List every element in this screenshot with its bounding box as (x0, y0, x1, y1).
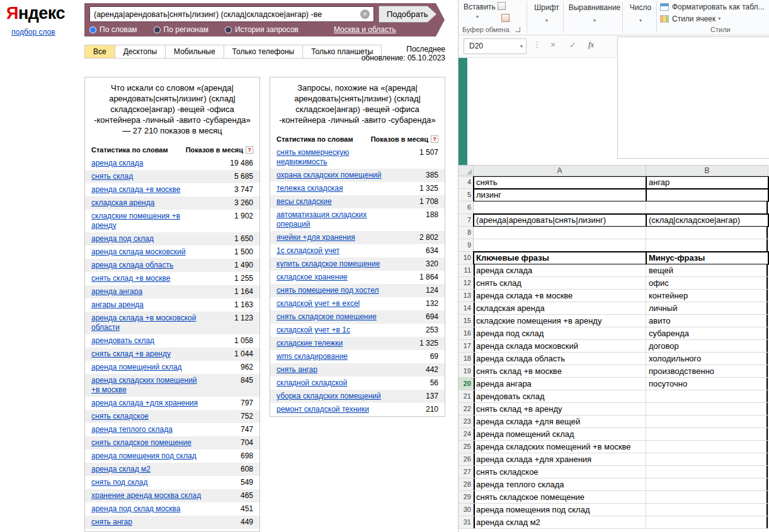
cell-A15[interactable]: складские помещения +в аренду (474, 315, 646, 327)
keyword-link[interactable]: снять складское (91, 412, 149, 421)
podobrat-button[interactable]: Подобрать (379, 6, 436, 23)
keyword-link[interactable]: хранение аренда москва склад (91, 491, 201, 501)
keyword-link[interactable]: снять склад +в москве (91, 274, 170, 283)
keyword-link[interactable]: аренда склада +в москве (91, 185, 181, 195)
row-header-8[interactable]: 8 (459, 227, 474, 239)
cell-B20[interactable]: посуточно (646, 378, 768, 390)
keyword-link[interactable]: весы складские (276, 197, 332, 207)
cell-B18[interactable]: холодильного (646, 353, 768, 365)
keyword-link[interactable]: тележка складская (276, 184, 343, 193)
keyword-link[interactable]: складской учет +в 1с (276, 325, 350, 335)
row-header-14[interactable]: 14 (459, 302, 474, 315)
number-group-button[interactable]: Число ▾ (626, 3, 655, 23)
cell-A20[interactable]: аренда ангара (474, 378, 646, 390)
keyword-link[interactable]: снять ангар (276, 365, 317, 375)
cell-B26[interactable] (646, 453, 768, 466)
cell-B11[interactable]: вещей (646, 264, 768, 277)
row-header-25[interactable]: 25 (459, 441, 474, 453)
cell-A24[interactable]: аренда помещений склад (474, 428, 646, 441)
cell-B24[interactable] (646, 428, 768, 441)
row-header-22[interactable]: 22 (459, 403, 474, 416)
row-header-26[interactable]: 26 (459, 453, 474, 466)
row-header-29[interactable]: 29 (459, 491, 474, 504)
keyword-link[interactable]: автоматизация складских операций (276, 210, 389, 229)
keyword-link[interactable]: аренда склад м2 (91, 465, 151, 474)
keyword-link[interactable]: снять складское помещение (91, 438, 191, 448)
row-header-5[interactable]: 5 (459, 189, 474, 201)
cell-A19[interactable]: снять склад +в москве (474, 365, 646, 378)
tab-tolko-telefony[interactable]: Только телефоны (224, 45, 304, 59)
keyword-link[interactable]: аренда под склад москва (91, 504, 180, 514)
keyword-link[interactable]: ремонт складской техники (276, 405, 369, 414)
cell-A7[interactable]: (аренда|арендовать|снять|лизинг) (474, 214, 646, 227)
keyword-link[interactable]: аренда склада область (91, 261, 173, 270)
insert-function-icon[interactable]: fx (588, 40, 594, 50)
cell-B9[interactable] (646, 239, 768, 252)
cell-A4[interactable]: снять (474, 176, 646, 189)
keyword-link[interactable]: охрана складских помещений (276, 171, 381, 180)
tab-desktopy[interactable]: Десктопы (115, 45, 166, 59)
cell-B22[interactable] (646, 403, 768, 416)
cell-B19[interactable]: производственно (646, 365, 768, 378)
cell-A30[interactable]: аренда помещения под склад (474, 504, 646, 516)
cell-A16[interactable]: аренда под склад (474, 327, 646, 340)
row-header-10[interactable]: 10 (459, 252, 474, 264)
keyword-link[interactable]: wms складирование (276, 352, 348, 361)
cell-B27[interactable] (646, 466, 768, 478)
cell-B31[interactable] (646, 516, 768, 529)
cell-B6[interactable] (646, 201, 768, 214)
cell-A18[interactable]: аренда склада область (474, 353, 646, 365)
keyword-link[interactable]: складские помещения +в аренду (91, 212, 203, 230)
formula-input[interactable] (617, 37, 769, 159)
row-header-18[interactable]: 18 (459, 353, 474, 365)
help-icon[interactable]: ? (246, 146, 253, 154)
row-header-23[interactable]: 23 (459, 416, 474, 428)
keyword-link[interactable]: снять складское помещение (276, 312, 377, 322)
row-header-4[interactable]: 4 (459, 176, 474, 189)
cell-A25[interactable]: аренда складских помещений +в москве (474, 441, 646, 453)
cell-A14[interactable]: складская аренда (474, 302, 646, 315)
cell-B8[interactable] (646, 227, 768, 239)
keyword-link[interactable]: ячейки +для хранения (276, 233, 355, 242)
keyword-link[interactable]: аренда ангара (91, 287, 142, 297)
keyword-link[interactable]: снять ангар (91, 518, 132, 527)
help-icon[interactable]: ? (431, 135, 438, 143)
dialog-launcher-icon[interactable] (515, 27, 520, 32)
keyword-link[interactable]: уборка складских помещений (276, 392, 381, 401)
formula-bar-handle[interactable]: ⋮ (533, 40, 541, 49)
row-header-13[interactable]: 13 (459, 290, 474, 302)
tab-vse[interactable]: Все (84, 45, 115, 59)
cell-B17[interactable]: договор (646, 340, 768, 353)
cell-B7[interactable]: (склад|складское|ангар) (646, 214, 768, 227)
row-header-30[interactable]: 30 (459, 504, 474, 516)
cell-A6[interactable] (474, 201, 646, 214)
keyword-link[interactable]: 1с складской учет (276, 246, 339, 256)
select-all-button[interactable] (459, 165, 474, 176)
cell-B16[interactable]: субаренда (646, 327, 768, 340)
column-header-B[interactable]: B (646, 165, 768, 176)
keyword-link[interactable]: аренда склада (91, 159, 143, 168)
cell-A26[interactable]: аренда склада +для хранения (474, 453, 646, 466)
cell-A9[interactable] (474, 239, 646, 252)
cell-A27[interactable]: снять складское (474, 466, 646, 478)
row-header-15[interactable]: 15 (459, 315, 474, 327)
row-header-31[interactable]: 31 (459, 516, 474, 529)
keyword-link[interactable]: складское хранение (276, 273, 348, 282)
cell-B4[interactable]: ангар (646, 176, 768, 189)
cell-styles-button[interactable]: Стили ячеек ▾ (660, 13, 768, 24)
cell-A17[interactable]: аренда склада московский (474, 340, 646, 353)
font-group-button[interactable]: Шрифт ▾ (530, 3, 563, 23)
keyword-link[interactable]: складские тележки (276, 339, 343, 348)
keyword-link[interactable]: снять склад +в аренду (91, 349, 171, 359)
cell-B13[interactable]: контейнер (646, 290, 768, 302)
keyword-link[interactable]: складной складской (276, 378, 347, 388)
mode-istoriya-zaprosov[interactable]: История запросов (225, 25, 299, 34)
keyword-link[interactable]: снять коммерческую недвижимость (276, 148, 389, 167)
row-header-7[interactable]: 7 (459, 214, 474, 227)
mode-po-slovam[interactable]: По словам (89, 25, 137, 34)
cell-B12[interactable]: офис (646, 277, 768, 290)
cell-A10[interactable]: Ключевые фразы (474, 252, 646, 264)
keyword-link[interactable]: аренда теплого склада (91, 425, 173, 434)
name-box[interactable]: D20 ▾ (464, 38, 527, 54)
column-header-A[interactable]: A (474, 165, 646, 176)
